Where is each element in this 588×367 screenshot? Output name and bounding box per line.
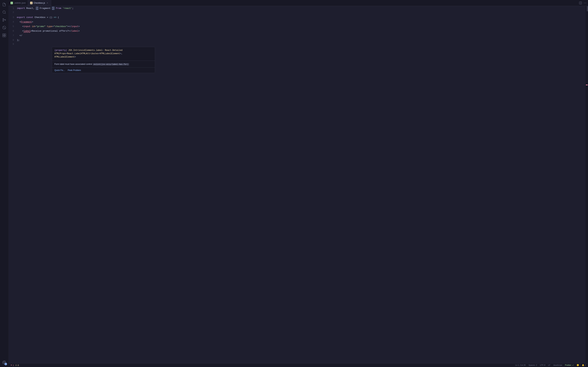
code-line-9: 9 [9, 42, 586, 47]
punct-gt5: > [78, 25, 80, 28]
tab-checkbox[interactable]: JS Checkbox.js × [28, 0, 51, 6]
svg-point-17 [585, 3, 585, 3]
svg-rect-10 [4, 34, 6, 35]
var-checkbox: Checkbox = () [33, 16, 54, 19]
code-editor[interactable]: 1 import React, { Fragment } from 'react… [9, 6, 586, 363]
svg-rect-9 [3, 34, 4, 35]
code-line-5: 5 <input id="promo" type="checkbox"></in… [9, 24, 586, 29]
position-text: Ln 1, Col 26 [515, 364, 526, 366]
line-number-1: 1 [9, 7, 17, 10]
editor-scrollbar[interactable] [586, 6, 588, 363]
type-angle1: < [66, 52, 67, 55]
tab-checkbox-label: Checkbox.js [34, 2, 45, 4]
punct-close6: </ [69, 30, 72, 32]
tag-label-close: label [71, 30, 78, 32]
settings-badge: 1 [5, 363, 7, 365]
search-icon[interactable] [1, 9, 7, 15]
type-angle4: > [75, 56, 76, 58]
more-actions-button[interactable] [583, 1, 587, 5]
error-count: 1 [13, 364, 14, 366]
type-keyword-property: (property) [54, 49, 67, 51]
encoding-text: UTF-8 [540, 364, 545, 366]
status-encoding[interactable]: UTF-8 [539, 364, 546, 366]
json-file-icon: { } [10, 2, 13, 4]
error-icon: ✕ [10, 364, 12, 366]
type-line2: HTMLProps<React.LabelHTMLAttributes<HTML… [54, 52, 152, 55]
status-emoji[interactable]: 🙂 [576, 364, 580, 366]
tab-bar-actions [579, 0, 588, 6]
status-prettier[interactable]: Prettier: ✓ [564, 364, 575, 366]
status-language[interactable]: JavaScript [553, 364, 563, 366]
var-react: React [25, 7, 33, 10]
files-icon[interactable] [1, 1, 7, 8]
peek-problem-button[interactable]: Peek Problem [68, 69, 81, 71]
type-label-attrs: LabelHTMLAttributes [75, 52, 98, 55]
code-content-3: export const Checkbox = () => ( [17, 15, 586, 20]
punct-gt6a: > [30, 30, 32, 32]
line-number-7: 7 [9, 34, 17, 37]
keyword-from: from [54, 7, 61, 10]
type-jsx-label: JSX [68, 49, 72, 51]
type-line1: (property) JSX.IntrinsicElements.label: … [54, 49, 152, 52]
line-number-9: 9 [9, 42, 17, 45]
svg-point-13 [4, 362, 5, 363]
activity-bar: 1 [0, 0, 9, 367]
source-control-icon[interactable] [1, 17, 7, 23]
code-line-2: 2 [9, 11, 586, 15]
editor-main: { } .eslintrc.json JS Checkbox.js × [9, 0, 588, 367]
label-text: Receive promotional offers? [32, 30, 69, 32]
code-content-8: ); [17, 38, 586, 42]
punct-lt6: < [22, 30, 24, 32]
tab-eslintrc[interactable]: { } .eslintrc.json [9, 0, 28, 6]
kw-export: export [17, 16, 25, 19]
tab-close-button[interactable]: × [46, 1, 49, 4]
type-comma: , [121, 52, 122, 55]
line-number-6: 6 [9, 29, 17, 32]
status-bell[interactable]: 🔔 1 [581, 364, 587, 366]
status-errors[interactable]: ✕ 1 ⚠ 0 [10, 363, 19, 367]
hover-popup-type-section: (property) JSX.IntrinsicElements.label: … [52, 47, 155, 61]
status-line-ending[interactable]: LF [547, 364, 551, 366]
code-content-7: </ [17, 33, 586, 38]
js-file-icon: JS [30, 2, 33, 4]
tag-label-squiggly: label [24, 30, 30, 32]
code-line-6: 6 <label>Receive promotional offers?</la… [9, 29, 586, 33]
settings-icon[interactable]: 1 [1, 359, 7, 366]
punct-close5: ></ [67, 25, 71, 28]
punct-gt6b: > [78, 30, 80, 32]
status-bar-right: Ln 1, Col 26 Spaces: 2 UTF-8 LF JavaScri… [515, 364, 587, 366]
split-editor-button[interactable] [579, 1, 582, 5]
prettier-text: Prettier: ✓ [565, 364, 574, 366]
attrval-promo: "promo" [36, 25, 45, 28]
line-number-8: 8 [9, 38, 17, 42]
quick-fix-button[interactable]: Quick Fix... [54, 69, 65, 71]
tab-bar: { } .eslintrc.json JS Checkbox.js × [9, 0, 588, 6]
extensions-icon[interactable] [1, 32, 7, 38]
scrollbar-thumb [587, 6, 588, 11]
line-number-5: 5 [9, 25, 17, 28]
spaces-text: Spaces: 2 [528, 364, 537, 366]
svg-line-6 [4, 19, 5, 20]
code-line-1: 1 import React, { Fragment } from 'react… [9, 6, 586, 11]
type-intrinsic: IntrinsicElements [73, 49, 95, 51]
code-line-8: 8 ); [9, 38, 586, 42]
svg-rect-11 [3, 35, 4, 37]
status-spaces[interactable]: Spaces: 2 [528, 364, 538, 366]
svg-line-1 [5, 13, 6, 14]
hover-popup-description: Form label must have associated control … [52, 61, 155, 68]
hover-popup-actions: Quick Fix... Peek Problem [52, 68, 155, 73]
kw-const: const [26, 16, 33, 19]
var-fragment: Fragment [38, 7, 52, 10]
var-open-paren: ( [56, 16, 59, 19]
type-colon: : [102, 49, 105, 51]
type-line3: HTMLLabelElement> [54, 55, 152, 59]
debug-icon[interactable] [1, 25, 7, 31]
type-htmlprops: HTMLProps [54, 52, 66, 55]
code-line-4: 4 <Fragment> [9, 20, 586, 24]
code-content-5: <input id="promo" type="checkbox"></inpu… [17, 24, 586, 29]
type-dot1: . [72, 49, 73, 51]
bell-icon: 🔔 1 [582, 364, 586, 366]
attr-type: type [45, 25, 52, 28]
code-content-2 [17, 12, 586, 13]
status-position[interactable]: Ln 1, Col 26 [515, 364, 526, 366]
